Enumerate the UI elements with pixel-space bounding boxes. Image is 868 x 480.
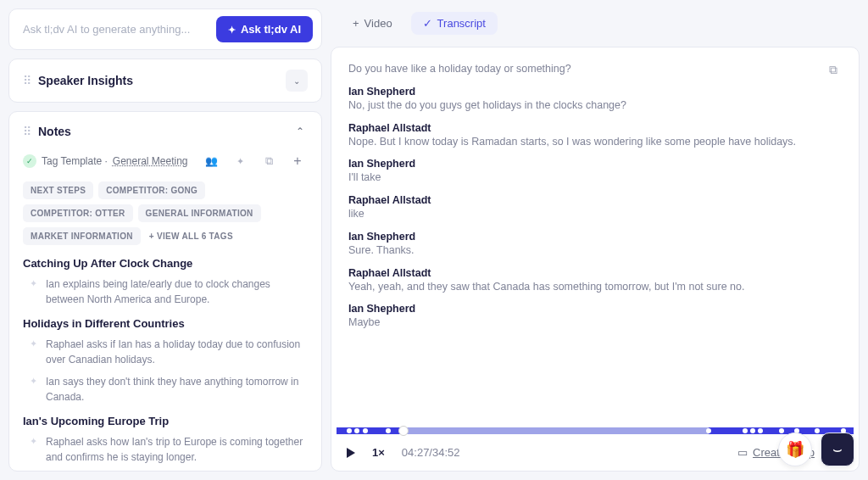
sparkle-icon: ✦ (30, 278, 37, 307)
transcript-line: I'll take (348, 170, 842, 186)
transcript-line: Do you have like a holiday today or some… (348, 61, 842, 77)
transcript-card: ⧉ Do you have like a holiday today or so… (331, 47, 860, 472)
note-text: Raphael asks if Ian has a holiday today … (46, 337, 308, 367)
note-item[interactable]: ✦Ian explains being late/early due to cl… (23, 276, 308, 307)
play-button[interactable] (347, 448, 355, 458)
playback-time: 04:27/34:52 (402, 446, 460, 459)
plus-icon[interactable]: + (287, 151, 308, 171)
note-item[interactable]: ✦Ian says they don't think they have any… (23, 374, 308, 405)
note-item[interactable]: ✦Raphael asks if Ian has a holiday today… (23, 337, 308, 367)
people-icon[interactable]: 👥 (201, 151, 221, 171)
tab-video-label: Video (364, 17, 392, 30)
note-heading: Catching Up After Clock Change (23, 257, 308, 270)
transcript-line: No, just the do you guys get holidays in… (348, 98, 842, 114)
note-heading: Holidays in Different Countries (23, 317, 308, 330)
ai-input[interactable] (23, 23, 216, 36)
view-all-tags[interactable]: + VIEW ALL 6 TAGS (146, 227, 236, 245)
tab-video[interactable]: +Video (341, 12, 404, 35)
transcript-line: Nope. But I know today is Ramadan starts… (348, 134, 842, 150)
tag-pill[interactable]: MARKET INFORMATION (23, 227, 141, 245)
sparkle-icon: ✦ (30, 436, 37, 465)
tab-transcript[interactable]: ✓Transcript (411, 12, 498, 35)
copy-icon[interactable]: ⧉ (259, 151, 279, 171)
transcript-line: like (348, 206, 842, 222)
speaker-insights-header[interactable]: ⠿ Speaker Insights ⌄ (9, 59, 321, 102)
note-item[interactable]: ✦Raphael asks how Ian's trip to Europe i… (23, 434, 308, 465)
chevron-up-icon[interactable]: ⌃ (292, 122, 308, 141)
transcript-speaker: Ian Shepherd (348, 86, 842, 98)
sparkle-icon: ✦ (30, 376, 37, 405)
speaker-insights-title: Speaker Insights (38, 74, 133, 87)
transcript-line: Sure. Thanks. (348, 243, 842, 259)
transcript-speaker: Ian Shepherd (348, 231, 842, 243)
tag-template-link[interactable]: General Meeting (113, 155, 188, 167)
tag-template-label: Tag Template · (42, 155, 108, 167)
note-heading: Ian's Upcoming Europe Trip (23, 415, 308, 427)
transcript-line: Maybe (348, 315, 842, 331)
sparkle-icon (228, 23, 236, 36)
playback-speed[interactable]: 1× (372, 446, 385, 459)
ask-ai-button-label: Ask tl;dv AI (241, 23, 301, 36)
gift-button[interactable]: 🎁 (778, 433, 812, 466)
tag-template-row: ✓ Tag Template · General Meeting 👥 ⧉ + (23, 151, 308, 171)
notes-card: ⠿ Notes ⌃ ✓ Tag Template · General Meeti… (8, 111, 322, 472)
transcript-line: Yeah, yeah, and they saw that Canada has… (348, 279, 842, 295)
transcript-speaker: Raphael Allstadt (348, 194, 842, 206)
grip-icon: ⠿ (23, 74, 30, 87)
check-icon: ✓ (23, 154, 36, 168)
notes-header[interactable]: ⠿ Notes ⌃ (9, 112, 321, 151)
clip-icon: ▭ (737, 446, 748, 459)
notes-title: Notes (38, 125, 71, 138)
transcript-speaker: Ian Shepherd (348, 158, 842, 170)
tabs-row: +Video ✓Transcript (331, 8, 860, 38)
intercom-button[interactable]: ⌣ (821, 433, 854, 466)
wand-icon[interactable] (230, 151, 250, 171)
ask-ai-button[interactable]: Ask tl;dv AI (216, 16, 313, 42)
transcript-speaker: Raphael Allstadt (348, 122, 842, 134)
transcript-body[interactable]: ⧉ Do you have like a holiday today or so… (331, 47, 859, 424)
tag-pill[interactable]: NEXT STEPS (23, 181, 93, 199)
sparkle-icon: ✦ (30, 338, 37, 367)
plus-icon: + (353, 17, 359, 30)
note-text: Ian says they don't think they have anyt… (46, 374, 308, 405)
ai-input-bar: Ask tl;dv AI (8, 8, 322, 50)
note-text: Ian explains being late/early due to clo… (46, 276, 308, 307)
grip-icon: ⠿ (23, 125, 30, 138)
speaker-insights-card: ⠿ Speaker Insights ⌄ (8, 59, 322, 103)
note-text: Raphael asks how Ian's trip to Europe is… (46, 434, 308, 465)
tags-row: NEXT STEPS COMPETITOR: GONG COMPETITOR: … (23, 181, 308, 245)
tag-pill[interactable]: GENERAL INFORMATION (138, 204, 261, 222)
tab-transcript-label: Transcript (437, 17, 486, 30)
check-icon: ✓ (423, 17, 432, 30)
transcript-speaker: Raphael Allstadt (348, 267, 842, 279)
tag-pill[interactable]: COMPETITOR: OTTER (23, 204, 133, 222)
tag-pill[interactable]: COMPETITOR: GONG (98, 181, 205, 199)
transcript-speaker: Ian Shepherd (348, 303, 842, 315)
copy-transcript-button[interactable]: ⧉ (823, 59, 843, 80)
chevron-down-icon[interactable]: ⌄ (286, 70, 308, 92)
